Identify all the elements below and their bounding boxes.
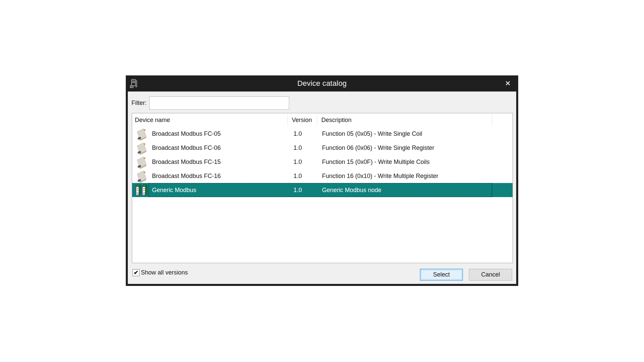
device-description-cell: Function 06 (0x06) - Write Single Regist…: [322, 141, 434, 155]
column-header-description[interactable]: Description: [321, 113, 352, 127]
close-button[interactable]: ✕: [497, 75, 518, 92]
device-version-cell: 1.0: [293, 169, 302, 183]
device-name-cell: Broadcast Modbus FC-05: [152, 127, 221, 141]
show-all-versions-checkbox[interactable]: ✔ Show all versions: [132, 269, 188, 276]
table-header: Device name Version Description: [132, 113, 513, 127]
titlebar[interactable]: Device catalog ✕: [126, 75, 518, 92]
broadcast-module-icon: [135, 141, 148, 155]
device-row[interactable]: Broadcast Modbus FC-16 1.0 Function 16 (…: [132, 169, 513, 183]
filter-input[interactable]: [149, 97, 289, 110]
dialog-body: Filter: Device name Version Description: [128, 92, 516, 284]
device-row[interactable]: Broadcast Modbus FC-15 1.0 Function 15 (…: [132, 155, 513, 169]
device-row[interactable]: Generic Modbus 1.0 Generic Modbus node: [132, 183, 513, 197]
desktop-background: Device catalog ✕ Filter: Device name Ver…: [0, 0, 644, 362]
device-description-cell: Function 16 (0x10) - Write Multiple Regi…: [322, 169, 438, 183]
select-button[interactable]: Select: [420, 269, 463, 281]
cancel-button[interactable]: Cancel: [469, 269, 512, 281]
column-header-version[interactable]: Version: [292, 113, 312, 127]
column-divider[interactable]: [492, 114, 492, 126]
device-version-cell: 1.0: [293, 141, 302, 155]
broadcast-module-icon: [135, 170, 148, 183]
close-icon: ✕: [505, 79, 511, 87]
table-body: Broadcast Modbus FC-05 1.0 Function 05 (…: [132, 127, 513, 197]
device-description-cell: Function 15 (0x0F) - Write Multiple Coil…: [322, 155, 430, 169]
device-row[interactable]: Broadcast Modbus FC-05 1.0 Function 05 (…: [132, 127, 513, 141]
checkmark-icon: ✔: [133, 270, 138, 276]
device-name-cell: Broadcast Modbus FC-16: [152, 169, 221, 183]
device-version-cell: 1.0: [293, 127, 302, 141]
checkbox-label: Show all versions: [141, 269, 188, 276]
column-divider[interactable]: [317, 114, 317, 126]
device-description-cell: Function 05 (0x05) - Write Single Coil: [322, 127, 422, 141]
dialog-title: Device catalog: [126, 79, 518, 88]
filter-label: Filter:: [131, 97, 147, 110]
device-catalog-dialog: Device catalog ✕ Filter: Device name Ver…: [126, 75, 518, 286]
column-divider[interactable]: [287, 114, 288, 126]
checkbox-box[interactable]: ✔: [132, 269, 140, 276]
selection-focus-rect: [149, 183, 492, 197]
device-name-cell: Broadcast Modbus FC-15: [152, 155, 221, 169]
column-header-device-name[interactable]: Device name: [135, 113, 170, 127]
device-table: Device name Version Description Broadcas…: [132, 113, 513, 263]
generic-modbus-icon: [135, 184, 148, 197]
broadcast-module-icon: [135, 156, 148, 169]
device-name-cell: Broadcast Modbus FC-06: [152, 141, 221, 155]
device-version-cell: 1.0: [293, 155, 302, 169]
broadcast-module-icon: [135, 127, 148, 141]
device-row[interactable]: Broadcast Modbus FC-06 1.0 Function 06 (…: [132, 141, 513, 155]
